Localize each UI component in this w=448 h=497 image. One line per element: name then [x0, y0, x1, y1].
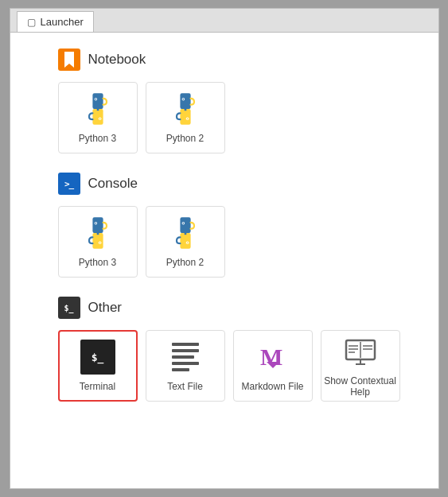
terminal-card[interactable]: $_ Terminal — [58, 330, 138, 402]
notebook-cards: Python 3 Python 2 — [58, 82, 423, 153]
tab-file-icon: ▢ — [27, 17, 36, 28]
other-section: $_ Other $_ Terminal — [58, 297, 423, 402]
console-section: >_ Console — [58, 173, 423, 278]
other-icon: $_ — [58, 297, 80, 319]
other-title: Other — [88, 300, 123, 316]
notebook-section: Notebook — [58, 49, 423, 153]
launcher-content: Notebook — [10, 33, 438, 488]
text-file-card[interactable]: Text File — [146, 330, 225, 402]
console-title: Console — [88, 176, 138, 192]
markdown-file-card[interactable]: M Markdown File — [233, 330, 313, 402]
python3-console-card[interactable]: Python 3 — [58, 206, 138, 278]
svg-point-3 — [99, 118, 100, 119]
notebook-header: Notebook — [58, 49, 423, 71]
other-cards: $_ Terminal Text Fi — [58, 330, 423, 402]
console-cards: Python 3 Python 2 — [58, 206, 423, 278]
console-icon: >_ — [58, 173, 80, 195]
text-file-label: Text File — [167, 381, 203, 392]
textfile-icon — [168, 340, 203, 375]
notebook-icon — [58, 49, 80, 71]
svg-point-7 — [186, 118, 188, 119]
svg-point-1 — [95, 99, 96, 100]
tab-bar: ▢ Launcher — [10, 9, 438, 33]
python2-notebook-label: Python 2 — [166, 133, 204, 144]
python2-console-card[interactable]: Python 2 — [146, 206, 225, 278]
python2-console-icon — [168, 215, 203, 250]
python3-console-icon — [80, 215, 115, 250]
svg-point-15 — [186, 242, 188, 243]
python2-notebook-card[interactable]: Python 2 — [146, 82, 225, 153]
other-header: $_ Other — [58, 297, 423, 319]
svg-point-5 — [182, 99, 184, 100]
python2-notebook-icon — [168, 91, 203, 126]
python3-notebook-label: Python 3 — [79, 133, 116, 144]
markdown-file-label: Markdown File — [241, 381, 303, 392]
terminal-label: Terminal — [80, 381, 115, 392]
python2-console-label: Python 2 — [166, 257, 204, 268]
svg-point-9 — [95, 223, 96, 224]
terminal-icon: $_ — [80, 340, 115, 375]
launcher-tab[interactable]: ▢ Launcher — [17, 11, 94, 32]
launcher-window: ▢ Launcher Notebook — [10, 8, 439, 489]
contextual-help-card[interactable]: Show Contextual Help — [321, 330, 400, 402]
python3-notebook-icon — [80, 91, 115, 126]
console-header: >_ Console — [58, 173, 423, 195]
notebook-title: Notebook — [88, 52, 146, 68]
help-icon — [343, 334, 378, 369]
python3-console-label: Python 3 — [79, 257, 116, 268]
svg-point-11 — [99, 242, 100, 243]
tab-label: Launcher — [41, 16, 84, 28]
contextual-help-label: Show Contextual Help — [321, 375, 399, 398]
markdown-icon: M — [255, 340, 290, 375]
svg-point-13 — [182, 223, 184, 224]
python3-notebook-card[interactable]: Python 3 — [58, 82, 138, 153]
